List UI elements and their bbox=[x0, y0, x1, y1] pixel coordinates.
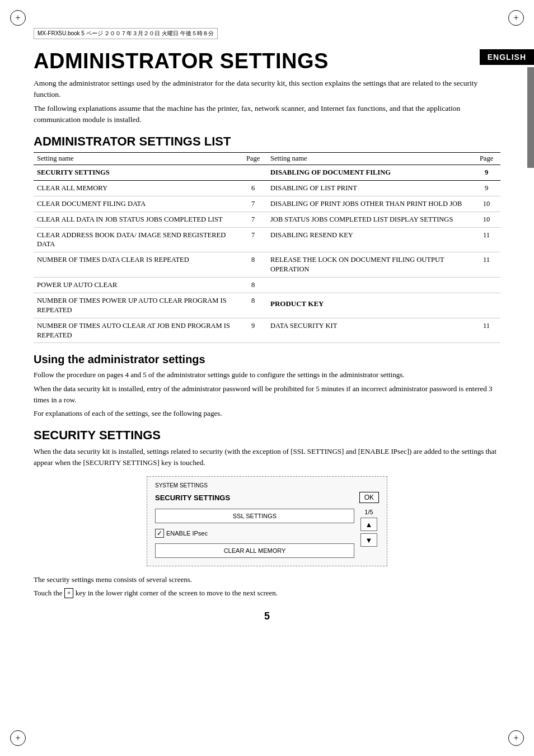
number-times-auto-clear-page: 9 bbox=[239, 318, 267, 343]
data-security-kit: DATA SECURITY KIT bbox=[267, 318, 472, 343]
disabling-document-filing: DISABLING OF DOCUMENT FILING bbox=[267, 165, 472, 181]
clear-address-book: CLEAR ADDRESS BOOK DATA/ IMAGE SEND REGI… bbox=[34, 227, 239, 252]
clear-all-data-job-status: CLEAR ALL DATA IN JOB STATUS JOBS COMPLE… bbox=[34, 212, 239, 227]
number-times-data-clear: NUMBER OF TIMES DATA CLEAR IS REPEATED bbox=[34, 252, 239, 278]
language-tab: ENGLISH bbox=[480, 49, 534, 65]
using-para1: Follow the procedure on pages 4 and 5 of… bbox=[34, 369, 500, 381]
security-settings-para1: When the data security kit is installed,… bbox=[34, 446, 500, 468]
language-tab-sidebar bbox=[527, 67, 534, 168]
using-para3: For explanations of each of the settings… bbox=[34, 408, 500, 419]
security-settings-para3: Touch the + key in the lower right corne… bbox=[34, 588, 500, 599]
main-title: ADMINISTRATOR SETTINGS bbox=[34, 49, 500, 73]
number-times-power-up-page: 8 bbox=[239, 293, 267, 318]
table-row: POWER UP AUTO CLEAR 8 bbox=[34, 278, 500, 293]
security-settings-para2: The security settings menu consists of s… bbox=[34, 574, 500, 585]
security-settings-title: SECURITY SETTINGS bbox=[34, 428, 500, 443]
screen-side-controls: 1/5 ▲ ▼ bbox=[359, 509, 379, 558]
number-times-power-up: NUMBER OF TIMES POWER UP AUTO CLEAR PROG… bbox=[34, 293, 239, 318]
table-row: CLEAR DOCUMENT FILING DATA 7 DISABLING O… bbox=[34, 196, 500, 212]
disabling-list-print-page: 9 bbox=[472, 180, 500, 196]
table-row: CLEAR ADDRESS BOOK DATA/ IMAGE SEND REGI… bbox=[34, 227, 500, 252]
disabling-list-print: DISABLING OF LIST PRINT bbox=[267, 180, 472, 196]
disabling-print-jobs-page: 10 bbox=[472, 196, 500, 212]
screen-title-bar: SECURITY SETTINGS OK bbox=[155, 492, 379, 503]
screen-inner: SSL SETTINGS ✓ ENABLE IPsec CLEAR ALL ME… bbox=[155, 509, 379, 558]
nav-key-icon: + bbox=[64, 588, 74, 598]
power-up-auto-clear-page: 8 bbox=[239, 278, 267, 293]
screen-top-bar: SYSTEM SETTINGS bbox=[155, 482, 379, 489]
corner-mark-tr bbox=[508, 10, 524, 26]
system-settings-label: SYSTEM SETTINGS bbox=[155, 482, 208, 489]
clear-all-memory-button[interactable]: CLEAR ALL MEMORY bbox=[155, 543, 354, 558]
power-up-auto-clear: POWER UP AUTO CLEAR bbox=[34, 278, 239, 293]
screen-page-number: 1/5 bbox=[364, 509, 373, 515]
para3-prefix: Touch the bbox=[34, 589, 62, 597]
corner-mark-bl bbox=[10, 730, 26, 746]
page-number: 5 bbox=[34, 611, 500, 622]
table-row: CLEAR ALL MEMORY 6 DISABLING OF LIST PRI… bbox=[34, 180, 500, 196]
using-para2: When the data security kit is installed,… bbox=[34, 383, 500, 406]
enable-ipsec-row: ✓ ENABLE IPsec bbox=[155, 527, 354, 540]
empty-right-page-7 bbox=[472, 293, 500, 318]
file-header: MX-FRX5U.book 5 ページ ２００７年３月２０日 火曜日 午後５時８… bbox=[34, 28, 218, 39]
screen-ok-button[interactable]: OK bbox=[359, 492, 379, 503]
table-section-header-row: SECURITY SETTINGS DISABLING OF DOCUMENT … bbox=[34, 165, 500, 181]
product-key-header: PRODUCT KEY bbox=[267, 293, 472, 318]
ssl-settings-button[interactable]: SSL SETTINGS bbox=[155, 509, 354, 523]
release-lock-document-page: 11 bbox=[472, 252, 500, 278]
disabling-print-jobs: DISABLING OF PRINT JOBS OTHER THAN PRINT… bbox=[267, 196, 472, 212]
settings-table: Setting name Page Setting name Page SECU… bbox=[34, 152, 500, 343]
table-header-page-right: Page bbox=[472, 153, 500, 165]
clear-document-filing-page: 7 bbox=[239, 196, 267, 212]
release-lock-document: RELEASE THE LOCK ON DOCUMENT FILING OUTP… bbox=[267, 252, 472, 278]
clear-all-memory-page: 6 bbox=[239, 180, 267, 196]
screen-buttons: SSL SETTINGS ✓ ENABLE IPsec CLEAR ALL ME… bbox=[155, 509, 354, 558]
para3-suffix: key in the lower right corner of the scr… bbox=[76, 589, 278, 597]
job-status-display-page: 10 bbox=[472, 212, 500, 227]
screen-nav-up-button[interactable]: ▲ bbox=[360, 518, 377, 531]
data-security-kit-page: 11 bbox=[472, 318, 500, 343]
table-row: NUMBER OF TIMES POWER UP AUTO CLEAR PROG… bbox=[34, 293, 500, 318]
empty-right-page-6 bbox=[472, 278, 500, 293]
clear-all-memory: CLEAR ALL MEMORY bbox=[34, 180, 239, 196]
screen-title-text: SECURITY SETTINGS bbox=[155, 494, 230, 502]
screen-container: SYSTEM SETTINGS SECURITY SETTINGS OK SSL… bbox=[34, 476, 500, 566]
table-row: NUMBER OF TIMES DATA CLEAR IS REPEATED 8… bbox=[34, 252, 500, 278]
clear-document-filing: CLEAR DOCUMENT FILING DATA bbox=[34, 196, 239, 212]
disabling-document-filing-page: 9 bbox=[472, 165, 500, 181]
clear-all-data-job-status-page: 7 bbox=[239, 212, 267, 227]
table-row: CLEAR ALL DATA IN JOB STATUS JOBS COMPLE… bbox=[34, 212, 500, 227]
using-section-title: Using the administrator settings bbox=[34, 353, 500, 366]
job-status-display: JOB STATUS JOBS COMPLETED LIST DISPLAY S… bbox=[267, 212, 472, 227]
intro-para1: Among the administrator settings used by… bbox=[34, 78, 500, 101]
settings-list-title: ADMINISTRATOR SETTINGS LIST bbox=[34, 134, 500, 149]
table-header-setting-name-left: Setting name bbox=[34, 153, 239, 165]
disabling-resend-key: DISABLING RESEND KEY bbox=[267, 227, 472, 252]
page-wrapper: ENGLISH MX-FRX5U.book 5 ページ ２００７年３月２０日 火… bbox=[0, 0, 534, 756]
screen-mockup: SYSTEM SETTINGS SECURITY SETTINGS OK SSL… bbox=[147, 476, 387, 566]
number-times-data-clear-page: 8 bbox=[239, 252, 267, 278]
table-row: NUMBER OF TIMES AUTO CLEAR AT JOB END PR… bbox=[34, 318, 500, 343]
clear-address-book-page: 7 bbox=[239, 227, 267, 252]
table-header-setting-name-right: Setting name bbox=[267, 153, 472, 165]
empty-right-cell-6 bbox=[267, 278, 472, 293]
enable-ipsec-label: ENABLE IPsec bbox=[166, 530, 208, 537]
table-header-page-left: Page bbox=[239, 153, 267, 165]
corner-mark-tl bbox=[10, 10, 26, 26]
enable-ipsec-checkbox[interactable]: ✓ bbox=[155, 529, 164, 538]
security-settings-header: SECURITY SETTINGS bbox=[34, 165, 267, 181]
number-times-auto-clear: NUMBER OF TIMES AUTO CLEAR AT JOB END PR… bbox=[34, 318, 239, 343]
intro-para2: The following explanations assume that t… bbox=[34, 103, 500, 126]
corner-mark-br bbox=[508, 730, 524, 746]
disabling-resend-key-page: 11 bbox=[472, 227, 500, 252]
screen-nav-down-button[interactable]: ▼ bbox=[360, 533, 377, 547]
